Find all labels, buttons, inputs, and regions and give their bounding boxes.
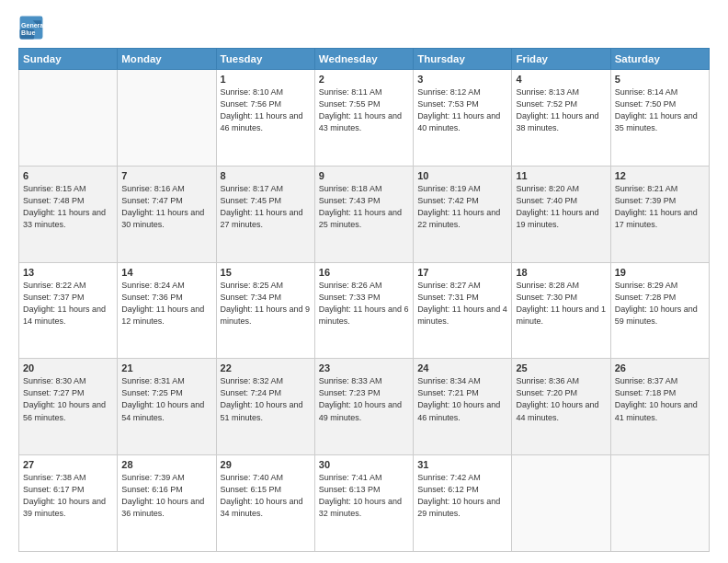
day-info: Sunrise: 8:22 AM Sunset: 7:37 PM Dayligh… xyxy=(23,280,113,327)
calendar-cell: 25Sunrise: 8:36 AM Sunset: 7:20 PM Dayli… xyxy=(512,359,610,455)
calendar-cell: 19Sunrise: 8:29 AM Sunset: 7:28 PM Dayli… xyxy=(610,262,709,359)
day-info: Sunrise: 8:25 AM Sunset: 7:34 PM Dayligh… xyxy=(221,280,311,327)
day-info: Sunrise: 8:36 AM Sunset: 7:20 PM Dayligh… xyxy=(516,375,606,423)
calendar-cell: 24Sunrise: 8:34 AM Sunset: 7:21 PM Dayli… xyxy=(414,359,512,455)
day-info: Sunrise: 8:20 AM Sunset: 7:40 PM Dayligh… xyxy=(516,183,606,231)
calendar-cell: 6Sunrise: 8:15 AM Sunset: 7:48 PM Daylig… xyxy=(19,166,118,262)
day-number: 2 xyxy=(319,74,409,85)
day-number: 9 xyxy=(319,170,409,181)
day-number: 29 xyxy=(221,459,311,470)
day-info: Sunrise: 7:39 AM Sunset: 6:16 PM Dayligh… xyxy=(121,472,211,520)
day-info: Sunrise: 7:42 AM Sunset: 6:12 PM Dayligh… xyxy=(417,472,507,520)
calendar-cell: 31Sunrise: 7:42 AM Sunset: 6:12 PM Dayli… xyxy=(414,455,512,552)
day-info: Sunrise: 8:12 AM Sunset: 7:53 PM Dayligh… xyxy=(417,86,507,134)
day-info: Sunrise: 8:13 AM Sunset: 7:52 PM Dayligh… xyxy=(516,86,606,134)
day-number: 16 xyxy=(319,267,409,278)
day-info: Sunrise: 8:29 AM Sunset: 7:28 PM Dayligh… xyxy=(615,280,705,327)
day-number: 5 xyxy=(615,74,705,85)
calendar-cell xyxy=(19,70,118,167)
weekday-header-tuesday: Tuesday xyxy=(216,49,314,70)
day-number: 20 xyxy=(23,362,113,373)
calendar-cell: 7Sunrise: 8:16 AM Sunset: 7:47 PM Daylig… xyxy=(118,166,216,262)
day-number: 6 xyxy=(23,170,113,181)
calendar-cell: 28Sunrise: 7:39 AM Sunset: 6:16 PM Dayli… xyxy=(118,455,216,552)
day-info: Sunrise: 8:10 AM Sunset: 7:56 PM Dayligh… xyxy=(221,86,311,134)
calendar-cell: 2Sunrise: 8:11 AM Sunset: 7:55 PM Daylig… xyxy=(314,70,413,167)
calendar-cell: 9Sunrise: 8:18 AM Sunset: 7:43 PM Daylig… xyxy=(314,166,413,262)
weekday-header-thursday: Thursday xyxy=(414,49,512,70)
day-info: Sunrise: 7:38 AM Sunset: 6:17 PM Dayligh… xyxy=(23,472,113,520)
day-number: 22 xyxy=(221,362,311,373)
calendar-cell xyxy=(118,70,216,167)
day-number: 4 xyxy=(516,74,606,85)
day-number: 8 xyxy=(221,170,311,181)
day-info: Sunrise: 7:41 AM Sunset: 6:13 PM Dayligh… xyxy=(319,472,409,520)
day-number: 21 xyxy=(121,362,211,373)
calendar-cell: 15Sunrise: 8:25 AM Sunset: 7:34 PM Dayli… xyxy=(216,262,314,359)
calendar-week-row: 13Sunrise: 8:22 AM Sunset: 7:37 PM Dayli… xyxy=(19,262,710,359)
day-number: 11 xyxy=(516,170,606,181)
day-number: 23 xyxy=(319,362,409,373)
calendar-cell: 3Sunrise: 8:12 AM Sunset: 7:53 PM Daylig… xyxy=(414,70,512,167)
calendar-header-row: SundayMondayTuesdayWednesdayThursdayFrid… xyxy=(19,49,710,70)
day-info: Sunrise: 8:18 AM Sunset: 7:43 PM Dayligh… xyxy=(319,183,409,231)
day-info: Sunrise: 8:19 AM Sunset: 7:42 PM Dayligh… xyxy=(417,183,507,231)
weekday-header-saturday: Saturday xyxy=(610,49,709,70)
day-info: Sunrise: 8:33 AM Sunset: 7:23 PM Dayligh… xyxy=(319,375,409,423)
calendar-cell: 11Sunrise: 8:20 AM Sunset: 7:40 PM Dayli… xyxy=(512,166,610,262)
weekday-header-sunday: Sunday xyxy=(19,49,118,70)
calendar-week-row: 20Sunrise: 8:30 AM Sunset: 7:27 PM Dayli… xyxy=(19,359,710,455)
day-number: 1 xyxy=(221,74,311,85)
calendar-cell: 4Sunrise: 8:13 AM Sunset: 7:52 PM Daylig… xyxy=(512,70,610,167)
day-info: Sunrise: 8:30 AM Sunset: 7:27 PM Dayligh… xyxy=(23,375,113,423)
calendar-cell: 14Sunrise: 8:24 AM Sunset: 7:36 PM Dayli… xyxy=(118,262,216,359)
day-number: 12 xyxy=(615,170,705,181)
logo-icon: General Blue xyxy=(18,15,44,40)
calendar-cell: 16Sunrise: 8:26 AM Sunset: 7:33 PM Dayli… xyxy=(314,262,413,359)
calendar-cell: 20Sunrise: 8:30 AM Sunset: 7:27 PM Dayli… xyxy=(19,359,118,455)
day-number: 28 xyxy=(121,459,211,470)
day-info: Sunrise: 8:34 AM Sunset: 7:21 PM Dayligh… xyxy=(417,375,507,423)
day-number: 14 xyxy=(121,267,211,278)
calendar-cell: 21Sunrise: 8:31 AM Sunset: 7:25 PM Dayli… xyxy=(118,359,216,455)
day-info: Sunrise: 8:17 AM Sunset: 7:45 PM Dayligh… xyxy=(221,183,311,231)
day-info: Sunrise: 8:16 AM Sunset: 7:47 PM Dayligh… xyxy=(121,183,211,231)
calendar-cell: 8Sunrise: 8:17 AM Sunset: 7:45 PM Daylig… xyxy=(216,166,314,262)
day-number: 19 xyxy=(615,267,705,278)
day-number: 25 xyxy=(516,362,606,373)
day-number: 24 xyxy=(417,362,507,373)
weekday-header-friday: Friday xyxy=(512,49,610,70)
day-number: 10 xyxy=(417,170,507,181)
day-info: Sunrise: 8:11 AM Sunset: 7:55 PM Dayligh… xyxy=(319,86,409,134)
day-number: 15 xyxy=(221,267,311,278)
day-number: 18 xyxy=(516,267,606,278)
calendar-cell: 22Sunrise: 8:32 AM Sunset: 7:24 PM Dayli… xyxy=(216,359,314,455)
day-number: 3 xyxy=(417,74,507,85)
day-number: 7 xyxy=(121,170,211,181)
calendar-cell xyxy=(610,455,709,552)
svg-text:Blue: Blue xyxy=(21,29,35,36)
day-info: Sunrise: 8:27 AM Sunset: 7:31 PM Dayligh… xyxy=(417,280,507,327)
calendar-cell: 13Sunrise: 8:22 AM Sunset: 7:37 PM Dayli… xyxy=(19,262,118,359)
calendar-cell: 23Sunrise: 8:33 AM Sunset: 7:23 PM Dayli… xyxy=(314,359,413,455)
weekday-header-wednesday: Wednesday xyxy=(314,49,413,70)
calendar-cell: 10Sunrise: 8:19 AM Sunset: 7:42 PM Dayli… xyxy=(414,166,512,262)
day-info: Sunrise: 8:24 AM Sunset: 7:36 PM Dayligh… xyxy=(121,280,211,327)
day-number: 13 xyxy=(23,267,113,278)
calendar-cell: 26Sunrise: 8:37 AM Sunset: 7:18 PM Dayli… xyxy=(610,359,709,455)
day-info: Sunrise: 8:15 AM Sunset: 7:48 PM Dayligh… xyxy=(23,183,113,231)
calendar-cell: 27Sunrise: 7:38 AM Sunset: 6:17 PM Dayli… xyxy=(19,455,118,552)
day-number: 17 xyxy=(417,267,507,278)
calendar-cell xyxy=(512,455,610,552)
calendar-cell: 5Sunrise: 8:14 AM Sunset: 7:50 PM Daylig… xyxy=(610,70,709,167)
calendar-cell: 18Sunrise: 8:28 AM Sunset: 7:30 PM Dayli… xyxy=(512,262,610,359)
day-info: Sunrise: 8:31 AM Sunset: 7:25 PM Dayligh… xyxy=(121,375,211,423)
day-number: 31 xyxy=(417,459,507,470)
calendar-cell: 12Sunrise: 8:21 AM Sunset: 7:39 PM Dayli… xyxy=(610,166,709,262)
svg-text:General: General xyxy=(21,22,44,29)
calendar-cell: 29Sunrise: 7:40 AM Sunset: 6:15 PM Dayli… xyxy=(216,455,314,552)
calendar-week-row: 27Sunrise: 7:38 AM Sunset: 6:17 PM Dayli… xyxy=(19,455,710,552)
calendar-week-row: 1Sunrise: 8:10 AM Sunset: 7:56 PM Daylig… xyxy=(19,70,710,167)
calendar-cell: 17Sunrise: 8:27 AM Sunset: 7:31 PM Dayli… xyxy=(414,262,512,359)
day-info: Sunrise: 8:21 AM Sunset: 7:39 PM Dayligh… xyxy=(615,183,705,231)
